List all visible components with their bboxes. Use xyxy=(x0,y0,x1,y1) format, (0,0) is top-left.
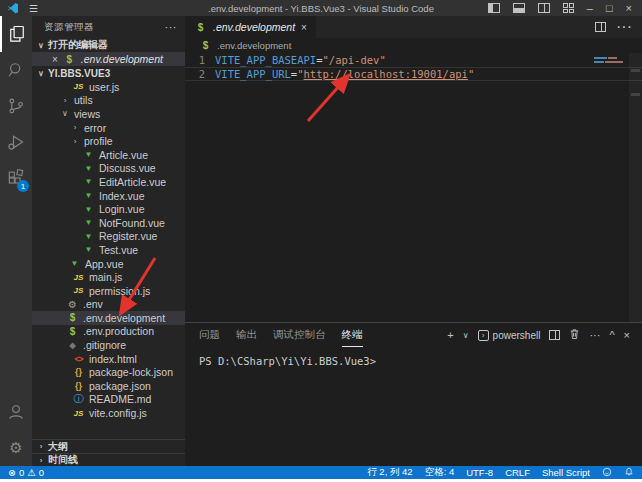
timeline-section[interactable]: › 时间线 xyxy=(32,453,185,466)
cursor-position[interactable]: 行 2, 列 42 xyxy=(367,466,412,479)
tree-item-env-development[interactable]: $.env.development xyxy=(32,311,185,325)
new-terminal-icon[interactable]: + xyxy=(447,329,453,341)
kill-terminal-icon[interactable] xyxy=(569,328,580,342)
vue-icon: ▼ xyxy=(82,218,95,227)
close-button[interactable]: × xyxy=(626,3,632,13)
vue-icon: ▼ xyxy=(82,232,95,241)
terminal-content[interactable]: PS D:\CSharp\Yi\Yi.BBS.Vue3> xyxy=(185,347,642,367)
close-tab-icon[interactable]: × xyxy=(301,22,307,33)
account-icon[interactable] xyxy=(0,394,32,430)
vue-icon: ▼ xyxy=(82,150,95,159)
tree-item-readme[interactable]: ⓘREADME.md xyxy=(32,393,185,407)
tree-item-profile[interactable]: ›profile xyxy=(32,134,185,148)
tab-output[interactable]: 输出 xyxy=(236,323,257,347)
env-icon: $ xyxy=(199,40,212,51)
tree-item-packagejson[interactable]: {}package.json xyxy=(32,379,185,393)
eol-setting[interactable]: CRLF xyxy=(505,467,530,478)
vscode-logo-icon xyxy=(7,2,19,14)
terminal-prompt: PS D:\CSharp\Yi\Yi.BBS.Vue3> xyxy=(199,355,376,367)
terminal-dropdown-icon[interactable]: ∨ xyxy=(463,331,469,340)
open-editors-section[interactable]: ∨ 打开的编辑器 xyxy=(32,38,185,52)
tree-item-editarticle[interactable]: ▼EditArticle.vue xyxy=(32,175,185,189)
tree-item-userjs[interactable]: JSuser.js xyxy=(32,80,185,94)
outline-section[interactable]: › 大纲 xyxy=(32,439,185,453)
tree-item-views[interactable]: ∨views xyxy=(32,107,185,121)
open-editor-item[interactable]: × $ .env.development xyxy=(32,52,185,66)
tree-item-discuss[interactable]: ▼Discuss.vue xyxy=(32,162,185,176)
editor-tabs-bar: $ .env.development × ··· xyxy=(185,16,642,38)
sidebar-more-icon[interactable]: ··· xyxy=(165,21,178,33)
maximize-panel-icon[interactable]: ^ xyxy=(609,329,614,341)
terminal-icon: › xyxy=(478,330,489,341)
close-panel-icon[interactable]: × xyxy=(624,329,630,341)
chevron-right-icon: › xyxy=(36,442,46,451)
shell-selector[interactable]: › powershell xyxy=(478,330,541,341)
editor-more-icon[interactable]: ··· xyxy=(616,18,632,36)
menu-icon[interactable]: ☰ xyxy=(29,3,38,14)
vue-icon: ▼ xyxy=(82,205,95,214)
env-icon: $ xyxy=(66,312,79,323)
line-number: 1 xyxy=(185,54,215,66)
code-editor[interactable]: 1 VITE_APP_BASEAPI="/api-dev" 2 VITE_APP… xyxy=(185,53,642,322)
indent-setting[interactable]: 空格: 4 xyxy=(425,466,455,479)
tree-item-article[interactable]: ▼Article.vue xyxy=(32,148,185,162)
tree-item-utils[interactable]: ›utils xyxy=(32,94,185,108)
problems-status[interactable]: ⊗ 0 ⚠ 0 xyxy=(8,467,44,478)
tree-item-mainjs[interactable]: JSmain.js xyxy=(32,270,185,284)
vue-icon: ▼ xyxy=(82,164,95,173)
encoding[interactable]: UTF-8 xyxy=(466,467,493,478)
search-icon[interactable] xyxy=(0,52,32,88)
tree-item-gitignore[interactable]: ◆.gitignore xyxy=(32,338,185,352)
tab-env-development[interactable]: $ .env.development × xyxy=(185,16,316,38)
editor-scrollbar[interactable] xyxy=(629,53,642,322)
url-link[interactable]: http://localhost:19001/api xyxy=(304,68,468,80)
chevron-down-icon: ∨ xyxy=(36,69,46,78)
tree-item-login[interactable]: ▼Login.vue xyxy=(32,202,185,216)
tree-item-register[interactable]: ▼Register.vue xyxy=(32,230,185,244)
customize-layout-icon[interactable] xyxy=(563,3,574,13)
maximize-button[interactable]: □ xyxy=(606,3,613,13)
json-icon: {} xyxy=(72,367,85,377)
tab-problems[interactable]: 问题 xyxy=(199,323,220,347)
minimize-button[interactable]: – xyxy=(587,3,593,13)
toggle-sidebar-icon[interactable] xyxy=(488,3,500,13)
language-mode[interactable]: Shell Script xyxy=(542,467,590,478)
panel-more-icon[interactable]: ··· xyxy=(589,329,600,341)
split-terminal-icon[interactable] xyxy=(549,330,560,340)
tree-item-permissionjs[interactable]: JSpermission.js xyxy=(32,284,185,298)
tab-terminal[interactable]: 终端 xyxy=(342,323,363,347)
explorer-icon[interactable] xyxy=(0,16,32,52)
toggle-secondary-sidebar-icon[interactable] xyxy=(538,3,550,13)
tree-item-indexhtml[interactable]: <>index.html xyxy=(32,352,185,366)
feedback-icon[interactable] xyxy=(602,467,612,479)
tree-item-error[interactable]: ›error xyxy=(32,121,185,135)
tree-item-index[interactable]: ▼Index.vue xyxy=(32,189,185,203)
env-icon: $ xyxy=(194,22,207,33)
project-section-header[interactable]: ∨ YI.BBS.VUE3 xyxy=(32,66,185,80)
tree-item-viteconfig[interactable]: JSvite.config.js xyxy=(32,406,185,420)
html-icon: <> xyxy=(72,354,85,364)
settings-gear-icon[interactable]: ⚙ xyxy=(0,430,32,466)
breadcrumb[interactable]: $ .env.development xyxy=(185,38,642,53)
toggle-panel-icon[interactable] xyxy=(513,3,525,13)
gear-icon: ⚙ xyxy=(66,299,79,310)
minimap[interactable] xyxy=(594,57,626,65)
source-control-icon[interactable] xyxy=(0,88,32,124)
bell-icon[interactable] xyxy=(624,467,634,479)
tab-debug-console[interactable]: 调试控制台 xyxy=(273,323,326,347)
close-editor-icon[interactable]: × xyxy=(52,54,58,65)
tree-item-appvue[interactable]: ▼App.vue xyxy=(32,257,185,271)
split-editor-icon[interactable] xyxy=(595,22,606,32)
extensions-icon[interactable]: 1 xyxy=(0,160,32,196)
tree-item-env[interactable]: ⚙.env xyxy=(32,298,185,312)
tree-item-notfound[interactable]: ▼NotFound.vue xyxy=(32,216,185,230)
tree-item-package-lock[interactable]: {}package-lock.json xyxy=(32,365,185,379)
js-icon: JS xyxy=(72,82,85,91)
activity-bar: 1 ⚙ xyxy=(0,16,32,466)
tree-item-test[interactable]: ▼Test.vue xyxy=(32,243,185,257)
chevron-right-icon: › xyxy=(70,123,80,132)
run-debug-icon[interactable] xyxy=(0,124,32,160)
status-bar: ⊗ 0 ⚠ 0 行 2, 列 42 空格: 4 UTF-8 CRLF Shell… xyxy=(0,466,642,479)
tree-item-env-production[interactable]: $.env.production xyxy=(32,325,185,339)
vscode-window: ☰ .env.development - Yi.BBS.Vue3 - Visua… xyxy=(0,0,642,482)
